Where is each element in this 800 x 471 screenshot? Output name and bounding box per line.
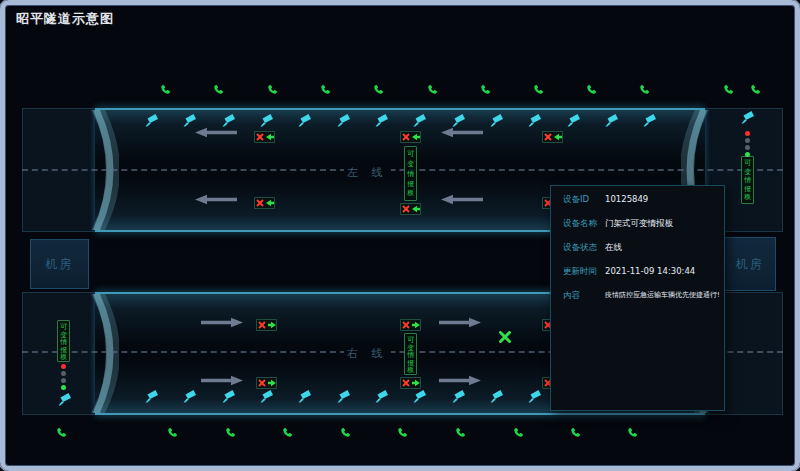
signal-arrow-icon — [412, 379, 420, 387]
cctv-camera-icon[interactable] — [222, 389, 235, 403]
signal-arrow-icon — [268, 321, 276, 329]
equipment-room-left[interactable]: 机房 — [30, 239, 89, 289]
signal-x-icon — [402, 321, 410, 329]
cctv-camera-icon[interactable] — [145, 113, 158, 127]
cctv-camera-icon[interactable] — [643, 113, 656, 127]
vms-char: 可 — [407, 336, 414, 343]
equipment-room-right[interactable]: 机房 — [724, 237, 776, 291]
emergency-phone-icon[interactable] — [627, 427, 638, 438]
emergency-phone-icon[interactable] — [480, 84, 491, 95]
gantry-vms-sign[interactable]: 可变情报板 — [404, 333, 417, 375]
signal-x-icon — [402, 205, 410, 213]
tooltip-row-device-status: 设备状态 在线 — [551, 242, 724, 266]
emergency-phone-icon[interactable] — [570, 427, 581, 438]
cctv-camera-icon[interactable] — [337, 113, 350, 127]
cctv-camera-icon[interactable] — [490, 113, 503, 127]
emergency-phone-icon[interactable] — [282, 427, 293, 438]
emergency-phone-icon[interactable] — [225, 427, 236, 438]
lane-signal[interactable] — [400, 319, 421, 331]
cctv-camera-icon[interactable] — [183, 113, 196, 127]
emergency-phone-icon[interactable] — [723, 84, 734, 95]
signal-arrow-icon — [554, 133, 562, 141]
lane-signal[interactable] — [256, 377, 277, 389]
signal-arrow-icon — [268, 379, 276, 387]
signal-x-icon — [256, 133, 264, 141]
signal-x-icon — [402, 379, 410, 387]
vms-char: 可 — [407, 150, 414, 157]
cctv-camera-icon[interactable] — [528, 113, 541, 127]
cctv-camera-icon[interactable] — [605, 113, 618, 127]
tooltip-label: 内容 — [563, 290, 605, 302]
lane-signal[interactable] — [400, 203, 421, 215]
tooltip-row-device-id: 设备ID 10125849 — [551, 194, 724, 218]
cctv-camera-icon[interactable] — [145, 389, 158, 403]
lane-signal[interactable] — [400, 377, 421, 389]
vms-char: 变 — [744, 168, 751, 175]
emergency-phone-icon[interactable] — [455, 427, 466, 438]
vms-char: 板 — [60, 353, 67, 360]
cctv-camera-icon[interactable] — [298, 113, 311, 127]
vms-char: 情 — [60, 338, 67, 345]
cctv-camera-icon[interactable] — [567, 113, 580, 127]
roadside-vms-sign[interactable]: 可变情报板 — [741, 156, 754, 204]
emergency-phone-icon[interactable] — [267, 84, 278, 95]
emergency-phone-icon[interactable] — [586, 84, 597, 95]
emergency-phone-icon[interactable] — [513, 427, 524, 438]
lane-signal[interactable] — [256, 319, 277, 331]
tooltip-row-device-name: 设备名称 门架式可变情报板 — [551, 218, 724, 242]
vms-char: 变 — [407, 160, 414, 167]
tooltip-value: 疫情防控应急运输车辆优先便捷通行! — [605, 290, 720, 300]
tooltip-value: 2021-11-09 14:30:44 — [605, 266, 695, 276]
cctv-camera-icon[interactable] — [222, 113, 235, 127]
emergency-phone-icon[interactable] — [56, 427, 67, 438]
lane-direction-arrow — [194, 194, 238, 205]
cctv-camera-icon[interactable] — [375, 113, 388, 127]
vms-char: 板 — [407, 190, 414, 197]
signal-x-icon — [402, 133, 410, 141]
lane-signal[interactable] — [542, 131, 563, 143]
roadside-vms-sign[interactable]: 可变情报板 — [57, 320, 70, 362]
cctv-camera-icon[interactable] — [741, 110, 754, 124]
cctv-camera-icon[interactable] — [298, 389, 311, 403]
cctv-camera-icon[interactable] — [337, 389, 350, 403]
cctv-camera-icon[interactable] — [452, 113, 465, 127]
cctv-camera-icon[interactable] — [58, 392, 71, 406]
tooltip-value: 门架式可变情报板 — [605, 218, 673, 230]
gantry-vms-sign[interactable]: 可变情报板 — [404, 146, 417, 201]
emergency-phone-icon[interactable] — [160, 84, 171, 95]
emergency-phone-icon[interactable] — [320, 84, 331, 95]
emergency-phone-icon[interactable] — [167, 427, 178, 438]
jet-fan-icon[interactable] — [499, 331, 511, 343]
emergency-phone-icon[interactable] — [533, 84, 544, 95]
signal-dot-red — [745, 131, 750, 136]
emergency-phone-icon[interactable] — [373, 84, 384, 95]
lane-signal[interactable] — [254, 197, 275, 209]
cctv-camera-icon[interactable] — [260, 389, 273, 403]
cctv-camera-icon[interactable] — [183, 389, 196, 403]
signal-x-icon — [258, 379, 266, 387]
cctv-camera-icon[interactable] — [260, 113, 273, 127]
lane-signal[interactable] — [400, 131, 421, 143]
emergency-phone-icon[interactable] — [397, 427, 408, 438]
lane-direction-arrow — [438, 317, 482, 328]
cctv-camera-icon[interactable] — [413, 113, 426, 127]
cctv-camera-icon[interactable] — [490, 389, 503, 403]
cctv-camera-icon[interactable] — [413, 389, 426, 403]
emergency-phone-icon[interactable] — [340, 427, 351, 438]
cctv-camera-icon[interactable] — [528, 389, 541, 403]
emergency-phone-icon[interactable] — [427, 84, 438, 95]
tooltip-label: 设备名称 — [563, 218, 605, 230]
cctv-camera-icon[interactable] — [452, 389, 465, 403]
emergency-phone-icon[interactable] — [213, 84, 224, 95]
tooltip-value: 10125849 — [605, 194, 648, 204]
emergency-phone-icon[interactable] — [750, 84, 761, 95]
line-label-right: 右 线 — [344, 346, 391, 361]
equipment-room-right-label: 机房 — [736, 256, 764, 273]
emergency-phone-icon[interactable] — [639, 84, 650, 95]
lane-signal[interactable] — [254, 131, 275, 143]
tooltip-row-content: 内容 疫情防控应急运输车辆优先便捷通行! — [551, 290, 724, 314]
equipment-room-left-label: 机房 — [46, 256, 74, 273]
tunnel-portal-left — [89, 294, 119, 413]
signal-dot-green — [745, 152, 750, 157]
cctv-camera-icon[interactable] — [375, 389, 388, 403]
